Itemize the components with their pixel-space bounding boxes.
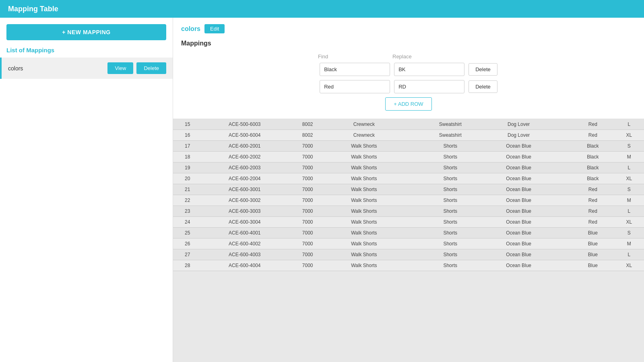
- table-cell: [400, 152, 418, 162]
- app-header: Mapping Table: [0, 0, 644, 18]
- edit-button[interactable]: Edit: [204, 24, 225, 33]
- table-cell: Black: [572, 152, 614, 162]
- table-row: 19ACE-600-20037000Walk ShortsShortsOcean…: [173, 162, 644, 173]
- table-cell: Red: [572, 195, 614, 206]
- table-cell: S: [614, 184, 644, 195]
- replace-input-2[interactable]: [394, 80, 464, 93]
- content-area: colors Edit Mappings Find Replace Delete…: [173, 18, 644, 362]
- table-cell: [400, 228, 418, 239]
- table-cell: Ocean Blue: [483, 195, 554, 206]
- table-cell: [400, 260, 418, 271]
- table-cell: ACE-600-4001: [202, 228, 287, 239]
- mapping-editor-row: Delete: [181, 63, 636, 76]
- table-cell: 7000: [287, 162, 328, 173]
- table-cell: Dog Lover: [483, 119, 554, 130]
- table-cell: Ocean Blue: [483, 239, 554, 249]
- replace-input-1[interactable]: [394, 63, 464, 76]
- table-cell: L: [614, 119, 644, 130]
- table-cell: [554, 206, 572, 217]
- table-cell: Walk Shorts: [328, 141, 400, 152]
- table-cell: Shorts: [417, 173, 483, 184]
- table-cell: [554, 184, 572, 195]
- table-cell: Walk Shorts: [328, 260, 400, 271]
- row-number: 28: [173, 260, 202, 271]
- table-cell: XL: [614, 260, 644, 271]
- new-mapping-button[interactable]: + NEW MAPPING: [6, 24, 166, 40]
- table-cell: [400, 239, 418, 249]
- delete-mapping-button[interactable]: Delete: [136, 62, 166, 74]
- table-cell: Ocean Blue: [483, 152, 554, 162]
- row-number: 18: [173, 152, 202, 162]
- table-cell: Ocean Blue: [483, 217, 554, 228]
- table-cell: Red: [572, 217, 614, 228]
- table-row: 27ACE-600-40037000Walk ShortsShortsOcean…: [173, 249, 644, 260]
- table-cell: 7000: [287, 173, 328, 184]
- table-cell: Ocean Blue: [483, 249, 554, 260]
- table-cell: Sweatshirt: [417, 130, 483, 141]
- table-cell: Blue: [572, 228, 614, 239]
- data-table-container: 15ACE-500-60038002CrewneckSweatshirtDog …: [173, 119, 644, 362]
- table-cell: Shorts: [417, 195, 483, 206]
- table-cell: Crewneck: [328, 130, 400, 141]
- table-cell: L: [614, 162, 644, 173]
- table-cell: [400, 184, 418, 195]
- mappings-editor: colors Edit Mappings Find Replace Delete…: [173, 18, 644, 119]
- table-cell: S: [614, 141, 644, 152]
- table-cell: Shorts: [417, 141, 483, 152]
- replace-column-header: Replace: [392, 53, 463, 60]
- table-cell: ACE-500-6003: [202, 119, 287, 130]
- table-cell: Red: [572, 130, 614, 141]
- editor-tab-name: colors: [181, 25, 200, 33]
- table-cell: ACE-600-2004: [202, 173, 287, 184]
- table-cell: [400, 206, 418, 217]
- table-cell: XL: [614, 217, 644, 228]
- delete-row-button-2[interactable]: Delete: [469, 80, 497, 93]
- row-number: 21: [173, 184, 202, 195]
- table-cell: Walk Shorts: [328, 162, 400, 173]
- row-number: 27: [173, 249, 202, 260]
- table-cell: Ocean Blue: [483, 260, 554, 271]
- table-cell: ACE-600-2002: [202, 152, 287, 162]
- row-number: 17: [173, 141, 202, 152]
- table-cell: Ocean Blue: [483, 228, 554, 239]
- table-row: 18ACE-600-20027000Walk ShortsShortsOcean…: [173, 152, 644, 162]
- table-cell: [554, 173, 572, 184]
- table-cell: ACE-600-3002: [202, 195, 287, 206]
- table-cell: Walk Shorts: [328, 239, 400, 249]
- table-row: 21ACE-600-30017000Walk ShortsShortsOcean…: [173, 184, 644, 195]
- table-cell: M: [614, 195, 644, 206]
- table-row: 16ACE-500-60048002CrewneckSweatshirtDog …: [173, 130, 644, 141]
- table-cell: [400, 119, 418, 130]
- mapping-item: colors View Delete: [0, 58, 173, 79]
- table-cell: Shorts: [417, 206, 483, 217]
- column-headers: Find Replace: [181, 53, 636, 60]
- table-cell: Red: [572, 206, 614, 217]
- add-row-button[interactable]: + ADD ROW: [385, 97, 431, 111]
- table-row: 20ACE-600-20047000Walk ShortsShortsOcean…: [173, 173, 644, 184]
- mappings-section-title: Mappings: [181, 40, 636, 47]
- table-cell: Walk Shorts: [328, 249, 400, 260]
- table-cell: L: [614, 206, 644, 217]
- table-cell: Shorts: [417, 184, 483, 195]
- view-button[interactable]: View: [107, 62, 133, 74]
- delete-row-button-1[interactable]: Delete: [469, 63, 497, 76]
- table-cell: [400, 141, 418, 152]
- table-cell: 7000: [287, 206, 328, 217]
- table-cell: Walk Shorts: [328, 228, 400, 239]
- table-row: 17ACE-600-20017000Walk ShortsShortsOcean…: [173, 141, 644, 152]
- table-cell: Blue: [572, 249, 614, 260]
- find-column-header: Find: [318, 53, 388, 60]
- sidebar: + NEW MAPPING List of Mappings colors Vi…: [0, 18, 173, 362]
- table-cell: Walk Shorts: [328, 195, 400, 206]
- table-cell: Red: [572, 184, 614, 195]
- table-cell: ACE-600-3004: [202, 217, 287, 228]
- table-cell: Shorts: [417, 152, 483, 162]
- find-input-2[interactable]: [320, 80, 390, 93]
- table-cell: [400, 217, 418, 228]
- table-cell: S: [614, 228, 644, 239]
- table-cell: Ocean Blue: [483, 173, 554, 184]
- table-cell: ACE-500-6004: [202, 130, 287, 141]
- table-cell: M: [614, 152, 644, 162]
- main-layout: + NEW MAPPING List of Mappings colors Vi…: [0, 18, 644, 362]
- find-input-1[interactable]: [320, 63, 390, 76]
